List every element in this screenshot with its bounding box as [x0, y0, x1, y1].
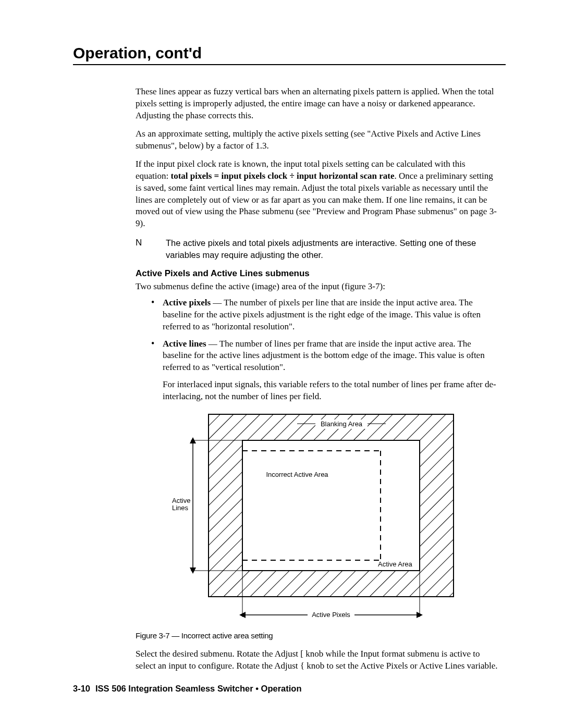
- label-active-lines: Active Lines: [172, 497, 192, 512]
- subheading-active-pixels-lines: Active Pixels and Active Lines submenus: [136, 268, 500, 280]
- bullet-active-lines: • Active lines — The number of lines per…: [151, 338, 500, 403]
- bullet-active-pixels: • Active pixels — The number of pixels p…: [151, 297, 500, 333]
- page-footer: 3-10ISS 506 Integration Seamless Switche…: [73, 684, 302, 694]
- bullet-dot-icon: •: [151, 297, 163, 309]
- figure-svg: Blanking Area Incorrect Active Area Acti…: [172, 409, 464, 625]
- section-rule: [73, 64, 506, 65]
- paragraph-select-submenu: Select the desired submenu. Rotate the A…: [136, 648, 500, 672]
- paragraph-approx-setting: As an approximate setting, multiply the …: [136, 128, 500, 152]
- active-area-rect: [242, 440, 420, 571]
- note-row: N The active pixels and total pixels adj…: [136, 237, 500, 261]
- paragraph-equation: If the input pixel clock rate is known, …: [136, 158, 500, 230]
- section-header: Operation, cont'd: [73, 44, 506, 62]
- page-number: 3-10: [73, 684, 90, 693]
- bullet-lead-active-pixels: Active pixels: [163, 298, 211, 307]
- label-active-area: Active Area: [378, 560, 413, 568]
- figure-active-area: Blanking Area Incorrect Active Area Acti…: [136, 409, 500, 625]
- figure-caption: Figure 3-7 — Incorrect active area setti…: [136, 631, 500, 641]
- bullet-lead-active-lines: Active lines: [163, 339, 206, 349]
- equation: total pixels = input pixels clock ÷ inpu…: [171, 171, 395, 181]
- footer-title: ISS 506 Integration Seamless Switcher • …: [95, 684, 302, 693]
- bullet-dash: —: [206, 339, 219, 349]
- bullet-dot-icon: •: [151, 338, 163, 350]
- bullet-dash: —: [211, 298, 224, 307]
- paragraph-submenus-intro: Two submenus define the active (image) a…: [136, 281, 500, 293]
- note-marker: N: [136, 237, 166, 249]
- label-incorrect-area: Incorrect Active Area: [266, 471, 328, 478]
- label-blanking-area: Blanking Area: [321, 420, 363, 428]
- bullet-extra-interlaced: For interlaced input signals, this varia…: [163, 379, 500, 403]
- label-active-pixels: Active Pixels: [312, 611, 350, 619]
- paragraph-fuzzy-bars: These lines appear as fuzzy vertical bar…: [136, 86, 500, 122]
- note-text: The active pixels and total pixels adjus…: [166, 237, 500, 261]
